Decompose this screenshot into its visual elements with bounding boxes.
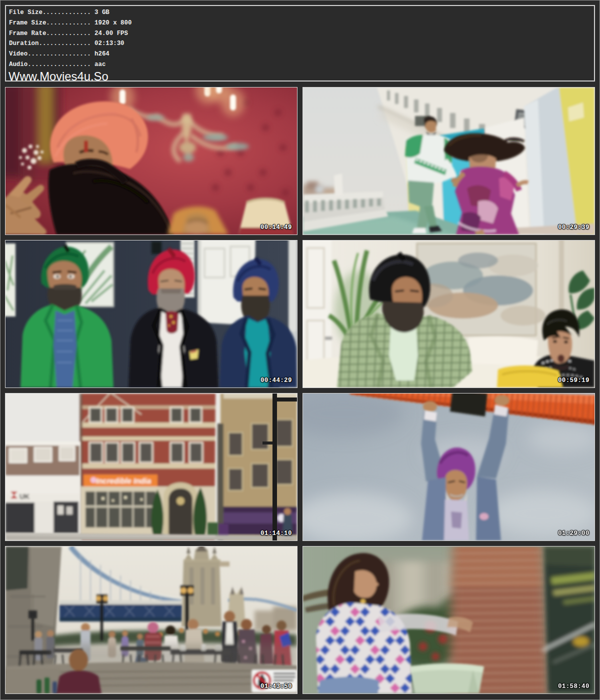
svg-text:UK: UK xyxy=(20,492,30,500)
svg-text:Incredible India: Incredible India xyxy=(96,476,151,485)
